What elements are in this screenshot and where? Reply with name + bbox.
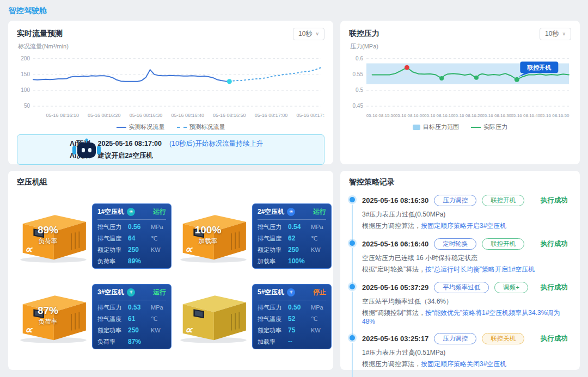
timeline-entry: 2025-05-16 03:25:17 压力调控 联控关机 执行成功 1#压力表… — [349, 333, 571, 376]
entry-time: 2025-05-16 08:16:30 — [362, 196, 428, 205]
svg-text:0.55: 0.55 — [353, 71, 364, 77]
timeline-entry: 2025-05-16 06:16:40 定时轮换 联控开机 执行成功 空压站压力… — [349, 238, 571, 282]
entry-time: 2025-05-16 06:16:40 — [362, 240, 428, 248]
strategy-card-title: 智控策略记录 — [349, 177, 571, 187]
entry-status: 执行成功 — [541, 239, 568, 249]
svg-text:200: 200 — [21, 55, 30, 61]
flow-y-axis-label: 标况流量(Nm³/min) — [18, 42, 324, 51]
timeline-dot-icon — [350, 335, 355, 341]
unit-name: 1#空压机 — [97, 207, 124, 217]
svg-text:∝: ∝ — [185, 324, 193, 336]
legend-predicted-flow[interactable]: 预测标况流量 — [177, 123, 225, 131]
compressor-illustration: ∝ 89% 负荷率 — [17, 206, 90, 267]
chevron-down-icon: ∨ — [315, 31, 319, 36]
timeline-connector — [352, 205, 353, 240]
robot-icon — [72, 138, 101, 161]
svg-text:05-16 08:16:20: 05-16 08:16:20 — [88, 113, 121, 118]
entry-tag-action: 联控关机 — [482, 333, 524, 344]
compressor-unit-1: ∝ 89% 负荷率 1#空压机 ✳ 运行 排气压力0.56MP — [17, 203, 171, 269]
unit-name: 2#空压机 — [258, 207, 284, 217]
svg-text:05-16 08:16:40: 05-16 08:16:40 — [171, 113, 204, 118]
compressor-illustration: ∝ 87% 负荷率 — [17, 286, 90, 347]
unit-name: 3#空压机 — [97, 288, 124, 297]
compressor-unit-2: ∝ 100% 加载率 2#空压机 ✳ 运行 排气压力0.54M — [177, 203, 332, 269]
compressor-illustration: ∝ 100% 加载率 — [177, 206, 250, 267]
unit-status: 运行 — [153, 207, 166, 217]
legend-actual-pressure[interactable]: 实际压力 — [471, 123, 507, 131]
entry-detail: 3#压力表压力过低(0.50MPa) — [362, 210, 571, 219]
svg-text:05-16 08:16:30: 05-16 08:16:30 — [130, 113, 163, 118]
unit-name: 5#空压机 — [258, 288, 284, 297]
entry-tag-primary: 压力调控 — [434, 195, 476, 206]
svg-text:05-16 08:16:00: 05-16 08:16:00 — [395, 113, 425, 118]
pressure-card: 联控压力 10秒 ∨ 压力(MPa) 0.450.50.550.605-16 0… — [340, 21, 580, 164]
compressor-units-card: 空压机组 ∝ — [8, 171, 333, 370]
entry-time: 2025-05-16 05:37:29 — [362, 283, 428, 292]
timeline-entry: 2025-05-16 08:16:30 压力调控 联控开机 执行成功 3#压力表… — [349, 195, 571, 238]
timeline-entry: 2025-05-16 05:37:29 平均频率过低 调频+ 执行成功 空压站平… — [349, 282, 571, 333]
entry-time: 2025-05-16 03:25:17 — [362, 335, 428, 343]
svg-text:∝: ∝ — [185, 243, 193, 255]
svg-text:50: 50 — [24, 103, 30, 109]
entry-status: 执行成功 — [541, 196, 568, 205]
smart-control-dashboard: 智控驾驶舱 实时流量预测 10秒 ∨ 标况流量(Nm³/min) 5010015… — [0, 0, 588, 377]
svg-text:05-16 08:15:50: 05-16 08:15:50 — [366, 113, 396, 118]
entry-tag-action: 调频+ — [494, 282, 528, 293]
solid-line-icon — [117, 127, 126, 128]
ai-predict-text: (10秒后)开始标况流量持续上升 — [169, 139, 263, 149]
fan-status-icon: ✳ — [127, 288, 135, 296]
strategy-record-card: 智控策略记录 2025-05-16 08:16:30 压力调控 联控开机 执行成… — [340, 171, 580, 370]
compressor-info-panel: 1#空压机 ✳ 运行 排气压力0.56MPa 排气温度64℃ 额定功率250KW… — [92, 203, 171, 269]
fan-status-icon: ✳ — [127, 208, 135, 216]
solid-line-icon — [471, 127, 481, 128]
page-title: 智控驾驶舱 — [9, 6, 47, 15]
legend-target-range[interactable]: 目标压力范围 — [413, 123, 459, 131]
svg-text:0.6: 0.6 — [356, 55, 363, 61]
timeline-dot-icon — [350, 284, 355, 289]
svg-text:05-16 08:16:20: 05-16 08:16:20 — [453, 113, 482, 118]
fan-status-icon: ✳ — [287, 288, 295, 296]
units-card-title: 空压机组 — [17, 177, 324, 187]
svg-text:∝: ∝ — [24, 243, 33, 255]
chevron-down-icon: ∨ — [562, 31, 566, 36]
svg-text:150: 150 — [21, 71, 30, 77]
svg-text:05-16 08:17:10: 05-16 08:17:10 — [296, 113, 324, 118]
svg-text:05-16 08:16:10: 05-16 08:16:10 — [424, 113, 454, 118]
pressure-period-select[interactable]: 10秒 ∨ — [540, 28, 571, 40]
entry-tag-primary: 定时轮换 — [434, 238, 476, 250]
band-swatch-icon — [413, 125, 420, 130]
flow-period-select[interactable]: 10秒 ∨ — [293, 28, 324, 40]
entry-detail: 空压站压力已连续 16 小时保持稳定状态 — [362, 254, 571, 263]
compressor-illustration: ∝ — [177, 286, 250, 347]
pressure-line-chart: 0.450.50.550.605-16 08:15:5005-16 08:16:… — [349, 51, 571, 120]
timeline-connector — [352, 248, 353, 284]
svg-text:联控开机: 联控开机 — [526, 64, 551, 71]
ai-advisory-box: Ai预测 2025-05-16 08:17:00 (10秒后)开始标况流量持续上… — [17, 134, 324, 165]
svg-text:100: 100 — [21, 87, 30, 93]
timeline-dot-icon — [350, 197, 355, 202]
entry-action-link[interactable]: 按固定顺序策略关闭3#空压机 — [421, 360, 506, 368]
timeline-connector — [352, 292, 353, 335]
unit-status: 运行 — [153, 288, 166, 297]
entry-tag-action: 联控开机 — [482, 195, 524, 206]
timeline-dot-icon — [350, 240, 355, 246]
entry-action-link[interactable]: 按固定顺序策略开启3#空压机 — [421, 222, 506, 230]
svg-text:∝: ∝ — [24, 324, 33, 336]
svg-text:0.5: 0.5 — [356, 87, 363, 93]
entry-action-link[interactable]: 按“总运行时长均衡”策略开启1#空压机 — [425, 265, 535, 273]
svg-text:05-16 08:16:50: 05-16 08:16:50 — [213, 113, 246, 118]
entry-tag-primary: 平均频率过低 — [434, 282, 489, 293]
ai-predict-time: 2025-05-16 08:17:00 — [98, 140, 162, 147]
compressor-info-panel: 5#空压机 ✳ 停止 排气压力0.50MPa 排气温度52℃ 额定功率75KW … — [252, 284, 332, 349]
flow-card-title: 实时流量预测 — [17, 29, 63, 39]
svg-text:05-16 08:16:10: 05-16 08:16:10 — [46, 113, 79, 118]
pressure-period-value: 10秒 — [545, 29, 559, 39]
ai-decision-text: 建议开启2#空压机 — [98, 151, 153, 160]
entry-tag-primary: 压力调控 — [434, 333, 476, 344]
flow-legend: 实测标况流量 预测标况流量 — [17, 122, 324, 131]
legend-measured-flow[interactable]: 实测标况流量 — [117, 123, 165, 131]
flow-period-value: 10秒 — [298, 29, 312, 39]
flow-line-chart: 5010015020005-16 08:16:1005-16 08:16:200… — [17, 51, 324, 120]
svg-text:05-16 08:16:50: 05-16 08:16:50 — [540, 113, 569, 118]
entry-status: 执行成功 — [541, 283, 568, 292]
